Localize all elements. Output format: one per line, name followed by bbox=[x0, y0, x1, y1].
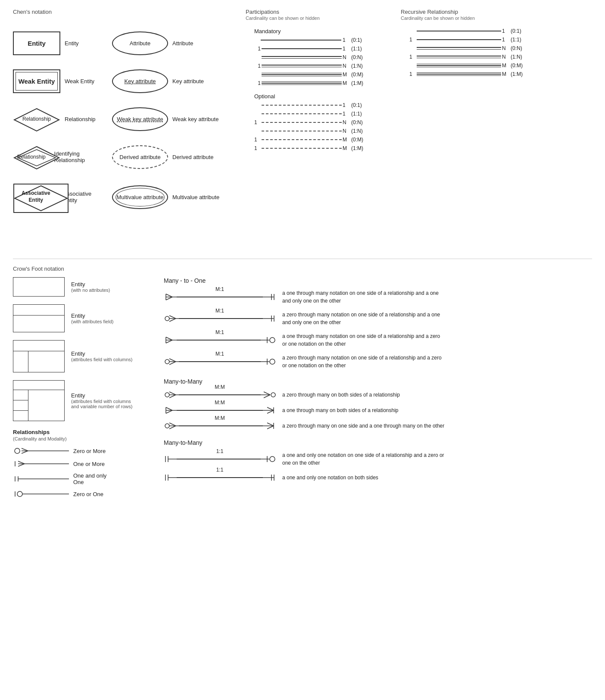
svg-line-57 bbox=[166, 407, 172, 410]
optional-row-1: 1 (0:1) bbox=[254, 102, 401, 108]
crows-title: Crow's Foot notation bbox=[13, 266, 592, 272]
svg-line-49 bbox=[169, 392, 176, 395]
card-01: (0:1) bbox=[351, 37, 368, 43]
svg-line-8 bbox=[22, 451, 28, 453]
11-desc-2: a one and only one notation on both side… bbox=[282, 474, 378, 481]
svg-line-53 bbox=[264, 395, 270, 398]
svg-line-65 bbox=[169, 423, 176, 426]
attribute-shape: Attribute bbox=[112, 31, 168, 55]
crows-entity-attr-sub: (with attributes field) bbox=[71, 319, 113, 324]
zero-one-right bbox=[261, 335, 276, 345]
participations-title: Participations bbox=[246, 9, 279, 15]
crows-entity-attr-row: Entity (with attributes field) bbox=[13, 304, 151, 332]
m1-desc-4: a zero through many notation on one side… bbox=[282, 354, 446, 369]
svg-line-7 bbox=[22, 448, 28, 451]
m1-desc-2: a zero through many notation on one side… bbox=[282, 311, 446, 326]
identifying-relationship-shape: Relationship bbox=[13, 145, 50, 169]
one-only-right-2 bbox=[263, 314, 276, 323]
crow-one-more-left-2 bbox=[164, 335, 177, 345]
crows-entity-simple-label: Entity bbox=[71, 281, 110, 288]
crow-zero-more-left-2 bbox=[164, 357, 179, 366]
mm-desc-1: a zero through many on both sides of a r… bbox=[282, 391, 400, 399]
attribute-row: Attribute Attribute bbox=[112, 28, 246, 58]
multivalue-attribute-shape: Multivalue attribute bbox=[112, 185, 168, 209]
card-1m: (1:M) bbox=[351, 80, 368, 86]
rec-row-1: 1 (0:1) bbox=[409, 28, 564, 34]
svg-line-66 bbox=[169, 426, 176, 429]
zero-or-more-symbol bbox=[13, 447, 69, 455]
zero-or-more-label: Zero or More bbox=[73, 448, 106, 454]
mandatory-row-2: 1 1 (1:1) bbox=[254, 46, 401, 52]
svg-line-61 bbox=[267, 410, 274, 413]
crows-entity-varrows-sub: (attributes field with columns and varia… bbox=[71, 399, 136, 409]
relationships-section: Relationships (Cardinality and Modality)… bbox=[13, 429, 151, 498]
optional-row-6: 1 M (1:M) bbox=[254, 145, 401, 151]
participations-subtitle: Cardinality can be shown or hidden bbox=[246, 16, 320, 21]
crows-entity-simple-row: Entity (with no attributes) bbox=[13, 277, 151, 297]
derived-attribute-shape: Derived attribute bbox=[112, 145, 168, 169]
svg-line-29 bbox=[169, 319, 176, 322]
m1-desc-1: a one through many notation on one side … bbox=[282, 289, 446, 305]
chens-entity-row: Entity Entity bbox=[13, 28, 99, 58]
mandatory-row-4: 1 N (1:N) bbox=[254, 63, 401, 69]
rec-row-4: 1 N (1:N) bbox=[409, 54, 564, 60]
relationships-title: Relationships bbox=[13, 429, 151, 435]
attribute-label: Attribute bbox=[172, 40, 193, 47]
svg-point-54 bbox=[271, 393, 275, 397]
crow-one-more-left-mm2 bbox=[164, 406, 177, 415]
crows-entity-cols bbox=[13, 340, 65, 372]
mandatory-row-3: N (0:N) bbox=[254, 54, 401, 60]
crow-one-more-right-mm2 bbox=[263, 406, 276, 415]
one-only-label: One and only bbox=[73, 472, 106, 479]
optional-row-3: 1 N (0:N) bbox=[254, 119, 401, 125]
one-only-row: One and only One bbox=[13, 472, 151, 485]
optional-row-4: N (1:N) bbox=[254, 128, 401, 134]
one-only-left-11-2 bbox=[164, 473, 177, 482]
mm-row-3: M:M a zero through many bbox=[164, 421, 592, 431]
crow-zero-more-left bbox=[164, 314, 179, 323]
chens-title: Chen's notation bbox=[13, 9, 52, 15]
crow-one-more-right-mm3 bbox=[263, 421, 276, 431]
crow-zero-more-left-mm3 bbox=[164, 421, 179, 431]
multivalue-attribute-row: Multivalue attribute Multivalue attribut… bbox=[112, 180, 246, 214]
crows-right-col: Many - to - One M:1 bbox=[151, 277, 592, 503]
weak-entity-label: Weak Entity bbox=[65, 78, 94, 84]
svg-line-60 bbox=[267, 407, 274, 410]
many-to-one-title: Many - to - One bbox=[164, 277, 592, 284]
mandatory-label: Mandatory bbox=[254, 28, 401, 34]
weak-entity-shape: Weak Entity bbox=[13, 69, 60, 93]
svg-point-76 bbox=[270, 456, 275, 462]
mm-row-2: M:M a one thr bbox=[164, 406, 592, 415]
identifying-relationship-label: Identifying Relationship bbox=[54, 150, 99, 163]
crows-entity-cols-sub: (attributes field with columns) bbox=[71, 357, 132, 362]
card-0m: (0:M) bbox=[351, 72, 368, 78]
key-attribute-shape: Key attribute bbox=[112, 69, 168, 93]
zero-or-one-row: Zero or One bbox=[13, 490, 151, 498]
recursive-subtitle: Cardinality can be shown or hidden bbox=[401, 16, 475, 21]
card-11: (1:1) bbox=[351, 46, 368, 52]
svg-point-17 bbox=[17, 491, 22, 497]
crows-entity-attr bbox=[13, 304, 65, 332]
mm-desc-3: a zero through many on one side and a on… bbox=[282, 422, 444, 430]
svg-line-69 bbox=[267, 426, 274, 429]
rec-row-5: M (0:M) bbox=[409, 62, 564, 69]
svg-point-5 bbox=[15, 448, 20, 453]
crows-entity-varrows-label: Entity bbox=[71, 392, 136, 399]
optional-label: Optional bbox=[254, 93, 401, 100]
one-only-symbol bbox=[13, 475, 69, 483]
optional-row-2: 1 (1:1) bbox=[254, 111, 401, 117]
card-1n: (1:N) bbox=[351, 63, 368, 69]
11-row-1: 1:1 a one and only one notat bbox=[164, 451, 592, 467]
one-or-more-symbol bbox=[13, 459, 69, 468]
11-desc-1: a one and only one notation on one side … bbox=[282, 451, 446, 467]
svg-point-39 bbox=[270, 338, 275, 343]
m1-row-1: M:1 a one throu bbox=[164, 289, 592, 305]
svg-point-46 bbox=[270, 359, 275, 364]
participations-col: Mandatory 1 (0:1) 1 1 (1:1) bbox=[246, 28, 401, 252]
svg-line-43 bbox=[169, 362, 176, 365]
derived-attribute-row: Derived attribute Derived attribute bbox=[112, 142, 246, 172]
svg-line-68 bbox=[267, 423, 274, 426]
m1-row-4: M:1 a zero through many notation on o bbox=[164, 354, 592, 369]
svg-line-42 bbox=[169, 359, 176, 362]
svg-line-28 bbox=[169, 316, 176, 319]
